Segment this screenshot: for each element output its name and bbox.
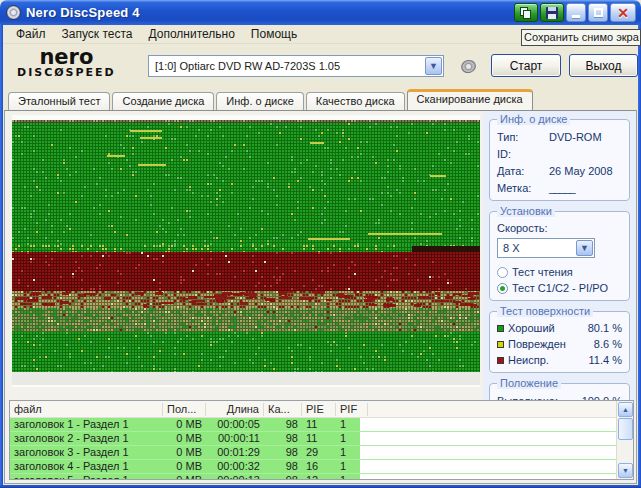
minimize-button[interactable] — [566, 3, 586, 22]
maximize-button[interactable] — [588, 3, 608, 22]
maximize-icon — [594, 8, 603, 17]
table-cell: заголовок 2 - Раздел 1 — [10, 432, 163, 445]
chevron-down-icon: ▼ — [580, 243, 589, 253]
title-bar: Nero DiscSpeed 4 ✕ — [0, 0, 641, 25]
surface-color-swatch — [497, 357, 504, 364]
table-cell: 1 — [336, 418, 368, 431]
table-cell: 98 — [264, 418, 302, 431]
window-title: Nero DiscSpeed 4 — [26, 5, 140, 20]
toolbar: nero DISCØSPEED [1:0] Optiarc DVD RW AD-… — [3, 44, 638, 90]
table-cell: 98 — [264, 446, 302, 459]
surface-item-value: 11.4 % — [589, 354, 622, 366]
column-header-2[interactable]: Длина — [206, 403, 264, 416]
table-cell: 16 — [302, 460, 336, 473]
surface-item-label: Неиспр. — [508, 354, 589, 366]
menu-item-2[interactable]: Дополнительно — [141, 25, 241, 43]
disc-info-title: Инф. о диске — [497, 113, 570, 125]
scroll-down-button[interactable]: ▼ — [618, 463, 633, 478]
table-cell: 1 — [336, 432, 368, 445]
disc-info-value: _____ — [549, 182, 622, 194]
speed-select-dropdown-button[interactable]: ▼ — [576, 240, 593, 256]
logo-discspeed-text: DISCØSPEED — [17, 67, 116, 79]
column-header-0[interactable]: файл — [10, 403, 163, 416]
disc-info-row: ID: — [497, 145, 622, 162]
start-button[interactable]: Старт — [491, 54, 561, 77]
radio-option-0[interactable]: Тест чтения — [497, 264, 622, 280]
drive-select-dropdown-button[interactable]: ▼ — [425, 57, 442, 75]
right-panel: Инф. о диске Тип:DVD-ROMID:Дата:26 May 2… — [483, 111, 636, 401]
table-row[interactable]: заголовок 2 - Раздел 10 MB00:00:1198111 — [10, 432, 633, 446]
radio-circle-icon[interactable] — [497, 283, 508, 294]
eject-disc-button[interactable] — [454, 54, 482, 78]
radio-label: Тест чтения — [512, 266, 573, 278]
disc-info-row: Тип:DVD-ROM — [497, 128, 622, 145]
column-header-3[interactable]: Ка... — [264, 403, 302, 416]
save-button[interactable] — [540, 3, 564, 22]
speed-select[interactable]: 8 X ▼ — [497, 238, 595, 258]
tab-strip: Эталонный тестСоздание дискаИнф. о диске… — [4, 89, 637, 110]
drive-select[interactable]: [1:0] Optiarc DVD RW AD-7203S 1.05 ▼ — [148, 55, 444, 77]
table-row[interactable]: заголовок 3 - Раздел 10 MB00:01:2998291 — [10, 446, 633, 460]
menu-item-3[interactable]: Помощь — [244, 25, 304, 43]
surface-item: Неиспр.11.4 % — [497, 352, 622, 368]
screenshot-icon — [520, 7, 532, 19]
tab-1[interactable]: Создание диска — [112, 92, 214, 110]
tooltip: Сохранить снимо экра — [521, 29, 641, 46]
disc-info-label: Метка: — [497, 182, 549, 194]
table-cell: 98 — [264, 474, 302, 480]
table-cell: 0 MB — [163, 432, 206, 445]
disc-info-row: Метка:_____ — [497, 179, 622, 196]
menu-item-0[interactable]: Файл — [9, 25, 53, 43]
disc-info-label: ID: — [497, 148, 549, 160]
logo-nero-text: nero — [17, 48, 116, 67]
table-row[interactable]: заголовок 4 - Раздел 10 MB00:00:3298161 — [10, 460, 633, 474]
scroll-thumb[interactable] — [618, 418, 633, 440]
table-row[interactable]: заголовок 1 - Раздел 10 MB00:00:0598111 — [10, 418, 633, 432]
column-header-4[interactable]: PIE — [302, 403, 336, 416]
table-cell: 11 — [302, 432, 336, 445]
table-scrollbar[interactable]: ▲ ▼ — [616, 401, 633, 479]
tab-4[interactable]: Сканирование диска — [407, 89, 533, 110]
table-cell: 00:00:32 — [206, 460, 264, 473]
exit-button[interactable]: Выход — [569, 54, 638, 77]
table-cell: 0 MB — [163, 460, 206, 473]
radio-label: Тест C1/C2 - PI/PO — [512, 282, 608, 294]
tab-2[interactable]: Инф. о диске — [216, 92, 303, 110]
close-icon: ✕ — [617, 6, 629, 20]
column-header-5[interactable]: PIF — [336, 403, 368, 416]
table-cell: 00:00:11 — [206, 432, 264, 445]
surface-scan-grid — [12, 115, 480, 387]
tab-0[interactable]: Эталонный тест — [8, 92, 110, 110]
tab-3[interactable]: Качество диска — [306, 92, 405, 110]
surface-color-swatch — [497, 341, 504, 348]
nero-discspeed-logo: nero DISCØSPEED — [17, 48, 116, 79]
table-cell: 0 MB — [163, 474, 206, 480]
drive-select-value: [1:0] Optiarc DVD RW AD-7203S 1.05 — [149, 60, 425, 72]
file-table: файлПол...ДлинаКа...PIEPIF заголовок 1 -… — [9, 400, 634, 480]
menu-item-1[interactable]: Запуск теста — [55, 25, 140, 43]
table-cell: 29 — [302, 446, 336, 459]
surface-test-title: Тест поверхности — [497, 305, 593, 317]
position-title: Положение — [497, 377, 561, 389]
surface-item: Хороший80.1 % — [497, 320, 622, 336]
table-row[interactable]: заголовок 5 - Раздел 10 MB00:00:1398121 — [10, 474, 633, 480]
table-cell: 1 — [336, 446, 368, 459]
arrow-up-icon: ▲ — [622, 406, 629, 413]
column-header-1[interactable]: Пол... — [163, 403, 206, 416]
table-cell: 0 MB — [163, 446, 206, 459]
disc-info-value: 26 May 2008 — [549, 165, 622, 177]
radio-circle-icon[interactable] — [497, 267, 508, 278]
disc-info-label: Дата: — [497, 165, 549, 177]
scroll-up-button[interactable]: ▲ — [618, 402, 633, 417]
surface-item-value: 8.6 % — [594, 338, 622, 350]
speed-label: Скорость: — [497, 222, 548, 234]
surface-item: Поврежден8.6 % — [497, 336, 622, 352]
close-button[interactable]: ✕ — [610, 3, 636, 22]
table-cell: 11 — [302, 418, 336, 431]
app-disc-icon — [6, 5, 21, 20]
radio-selected-1[interactable]: Тест C1/C2 - PI/PO — [497, 280, 622, 296]
table-cell: 00:01:29 — [206, 446, 264, 459]
screenshot-button[interactable] — [514, 3, 538, 22]
scan-disc-page: Инф. о диске Тип:DVD-ROMID:Дата:26 May 2… — [4, 110, 637, 484]
disc-info-group: Инф. о диске Тип:DVD-ROMID:Дата:26 May 2… — [489, 119, 630, 201]
